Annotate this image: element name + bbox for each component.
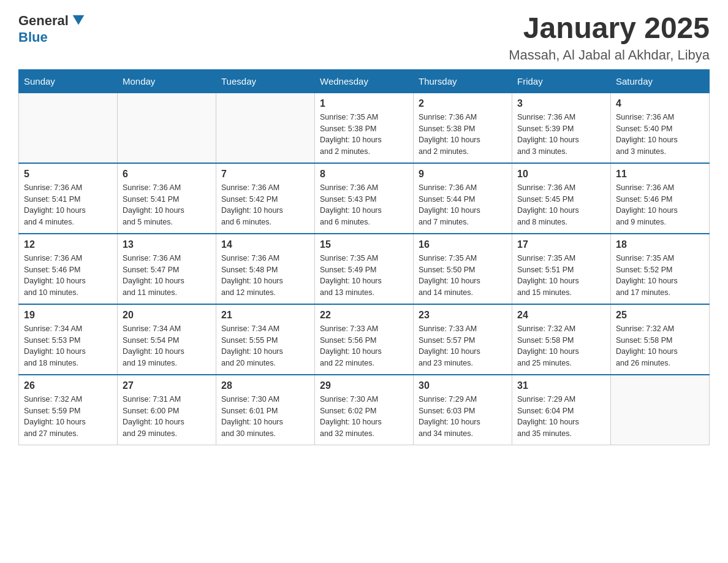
day-info: Sunrise: 7:35 AMSunset: 5:52 PMDaylight:… bbox=[616, 253, 704, 299]
day-cell: 29Sunrise: 7:30 AMSunset: 6:02 PMDayligh… bbox=[315, 375, 414, 445]
day-info: Sunrise: 7:29 AMSunset: 6:04 PMDaylight:… bbox=[517, 394, 605, 440]
day-cell: 26Sunrise: 7:32 AMSunset: 5:59 PMDayligh… bbox=[19, 375, 118, 445]
day-info: Sunrise: 7:35 AMSunset: 5:38 PMDaylight:… bbox=[320, 112, 408, 158]
day-cell: 31Sunrise: 7:29 AMSunset: 6:04 PMDayligh… bbox=[512, 375, 611, 445]
day-cell: 7Sunrise: 7:36 AMSunset: 5:42 PMDaylight… bbox=[216, 163, 315, 234]
day-number: 17 bbox=[517, 239, 605, 250]
day-cell: 17Sunrise: 7:35 AMSunset: 5:51 PMDayligh… bbox=[512, 234, 611, 304]
month-title: January 2025 bbox=[509, 12, 710, 45]
day-number: 1 bbox=[320, 98, 408, 109]
day-number: 6 bbox=[123, 169, 211, 180]
day-cell: 3Sunrise: 7:36 AMSunset: 5:39 PMDaylight… bbox=[512, 93, 611, 163]
week-row-1: 1Sunrise: 7:35 AMSunset: 5:38 PMDaylight… bbox=[19, 93, 710, 163]
location-title: Massah, Al Jabal al Akhdar, Libya bbox=[509, 47, 710, 63]
day-info: Sunrise: 7:31 AMSunset: 6:00 PMDaylight:… bbox=[123, 394, 211, 440]
day-cell: 15Sunrise: 7:35 AMSunset: 5:49 PMDayligh… bbox=[315, 234, 414, 304]
day-number: 25 bbox=[616, 310, 704, 321]
day-cell bbox=[611, 375, 710, 445]
day-number: 2 bbox=[419, 98, 507, 109]
day-info: Sunrise: 7:36 AMSunset: 5:46 PMDaylight:… bbox=[24, 253, 112, 299]
svg-marker-0 bbox=[73, 15, 85, 25]
day-number: 12 bbox=[24, 239, 112, 250]
day-number: 10 bbox=[517, 169, 605, 180]
day-cell: 22Sunrise: 7:33 AMSunset: 5:56 PMDayligh… bbox=[315, 304, 414, 375]
day-info: Sunrise: 7:36 AMSunset: 5:47 PMDaylight:… bbox=[123, 253, 211, 299]
day-info: Sunrise: 7:35 AMSunset: 5:51 PMDaylight:… bbox=[517, 253, 605, 299]
day-cell bbox=[118, 93, 216, 163]
day-cell: 25Sunrise: 7:32 AMSunset: 5:58 PMDayligh… bbox=[611, 304, 710, 375]
day-number: 14 bbox=[221, 239, 309, 250]
day-info: Sunrise: 7:30 AMSunset: 6:01 PMDaylight:… bbox=[221, 394, 309, 440]
day-number: 11 bbox=[616, 169, 704, 180]
logo-blue-text: Blue bbox=[18, 29, 48, 45]
day-cell: 10Sunrise: 7:36 AMSunset: 5:45 PMDayligh… bbox=[512, 163, 611, 234]
day-info: Sunrise: 7:29 AMSunset: 6:03 PMDaylight:… bbox=[419, 394, 507, 440]
weekday-header-row: SundayMondayTuesdayWednesdayThursdayFrid… bbox=[19, 69, 710, 93]
day-number: 30 bbox=[419, 380, 507, 391]
day-cell: 2Sunrise: 7:36 AMSunset: 5:38 PMDaylight… bbox=[414, 93, 512, 163]
weekday-header-tuesday: Tuesday bbox=[216, 69, 315, 93]
day-cell: 13Sunrise: 7:36 AMSunset: 5:47 PMDayligh… bbox=[118, 234, 216, 304]
day-info: Sunrise: 7:36 AMSunset: 5:41 PMDaylight:… bbox=[123, 182, 211, 228]
day-cell: 21Sunrise: 7:34 AMSunset: 5:55 PMDayligh… bbox=[216, 304, 315, 375]
day-cell: 27Sunrise: 7:31 AMSunset: 6:00 PMDayligh… bbox=[118, 375, 216, 445]
weekday-header-monday: Monday bbox=[118, 69, 216, 93]
day-number: 9 bbox=[419, 169, 507, 180]
day-number: 20 bbox=[123, 310, 211, 321]
day-number: 8 bbox=[320, 169, 408, 180]
title-section: January 2025 Massah, Al Jabal al Akhdar,… bbox=[509, 12, 710, 63]
day-info: Sunrise: 7:34 AMSunset: 5:53 PMDaylight:… bbox=[24, 323, 112, 369]
page-header: General Blue January 2025 Massah, Al Jab… bbox=[18, 12, 710, 63]
day-info: Sunrise: 7:36 AMSunset: 5:40 PMDaylight:… bbox=[616, 112, 704, 158]
day-number: 5 bbox=[24, 169, 112, 180]
day-cell: 30Sunrise: 7:29 AMSunset: 6:03 PMDayligh… bbox=[414, 375, 512, 445]
day-number: 31 bbox=[517, 380, 605, 391]
week-row-2: 5Sunrise: 7:36 AMSunset: 5:41 PMDaylight… bbox=[19, 163, 710, 234]
weekday-header-friday: Friday bbox=[512, 69, 611, 93]
day-info: Sunrise: 7:36 AMSunset: 5:38 PMDaylight:… bbox=[419, 112, 507, 158]
day-cell: 28Sunrise: 7:30 AMSunset: 6:01 PMDayligh… bbox=[216, 375, 315, 445]
logo-general-text: General bbox=[18, 13, 69, 29]
day-info: Sunrise: 7:36 AMSunset: 5:48 PMDaylight:… bbox=[221, 253, 309, 299]
day-number: 26 bbox=[24, 380, 112, 391]
day-number: 23 bbox=[419, 310, 507, 321]
day-number: 15 bbox=[320, 239, 408, 250]
day-number: 7 bbox=[221, 169, 309, 180]
day-info: Sunrise: 7:35 AMSunset: 5:49 PMDaylight:… bbox=[320, 253, 408, 299]
day-info: Sunrise: 7:36 AMSunset: 5:45 PMDaylight:… bbox=[517, 182, 605, 228]
day-info: Sunrise: 7:36 AMSunset: 5:44 PMDaylight:… bbox=[419, 182, 507, 228]
day-number: 21 bbox=[221, 310, 309, 321]
day-cell: 8Sunrise: 7:36 AMSunset: 5:43 PMDaylight… bbox=[315, 163, 414, 234]
weekday-header-thursday: Thursday bbox=[414, 69, 512, 93]
day-number: 24 bbox=[517, 310, 605, 321]
logo-triangle-icon bbox=[70, 12, 87, 29]
day-number: 29 bbox=[320, 380, 408, 391]
day-cell: 12Sunrise: 7:36 AMSunset: 5:46 PMDayligh… bbox=[19, 234, 118, 304]
day-info: Sunrise: 7:32 AMSunset: 5:58 PMDaylight:… bbox=[517, 323, 605, 369]
day-info: Sunrise: 7:36 AMSunset: 5:46 PMDaylight:… bbox=[616, 182, 704, 228]
day-info: Sunrise: 7:36 AMSunset: 5:39 PMDaylight:… bbox=[517, 112, 605, 158]
calendar-table: SundayMondayTuesdayWednesdayThursdayFrid… bbox=[18, 69, 710, 445]
day-info: Sunrise: 7:36 AMSunset: 5:41 PMDaylight:… bbox=[24, 182, 112, 228]
day-info: Sunrise: 7:35 AMSunset: 5:50 PMDaylight:… bbox=[419, 253, 507, 299]
weekday-header-wednesday: Wednesday bbox=[315, 69, 414, 93]
day-cell: 20Sunrise: 7:34 AMSunset: 5:54 PMDayligh… bbox=[118, 304, 216, 375]
day-cell: 1Sunrise: 7:35 AMSunset: 5:38 PMDaylight… bbox=[315, 93, 414, 163]
day-cell: 18Sunrise: 7:35 AMSunset: 5:52 PMDayligh… bbox=[611, 234, 710, 304]
day-number: 4 bbox=[616, 98, 704, 109]
day-info: Sunrise: 7:34 AMSunset: 5:55 PMDaylight:… bbox=[221, 323, 309, 369]
day-cell: 24Sunrise: 7:32 AMSunset: 5:58 PMDayligh… bbox=[512, 304, 611, 375]
week-row-5: 26Sunrise: 7:32 AMSunset: 5:59 PMDayligh… bbox=[19, 375, 710, 445]
day-cell: 6Sunrise: 7:36 AMSunset: 5:41 PMDaylight… bbox=[118, 163, 216, 234]
day-number: 19 bbox=[24, 310, 112, 321]
day-number: 16 bbox=[419, 239, 507, 250]
day-number: 27 bbox=[123, 380, 211, 391]
day-cell: 9Sunrise: 7:36 AMSunset: 5:44 PMDaylight… bbox=[414, 163, 512, 234]
day-info: Sunrise: 7:32 AMSunset: 5:59 PMDaylight:… bbox=[24, 394, 112, 440]
day-number: 28 bbox=[221, 380, 309, 391]
day-cell: 5Sunrise: 7:36 AMSunset: 5:41 PMDaylight… bbox=[19, 163, 118, 234]
day-number: 22 bbox=[320, 310, 408, 321]
day-cell: 16Sunrise: 7:35 AMSunset: 5:50 PMDayligh… bbox=[414, 234, 512, 304]
day-info: Sunrise: 7:30 AMSunset: 6:02 PMDaylight:… bbox=[320, 394, 408, 440]
day-info: Sunrise: 7:33 AMSunset: 5:57 PMDaylight:… bbox=[419, 323, 507, 369]
